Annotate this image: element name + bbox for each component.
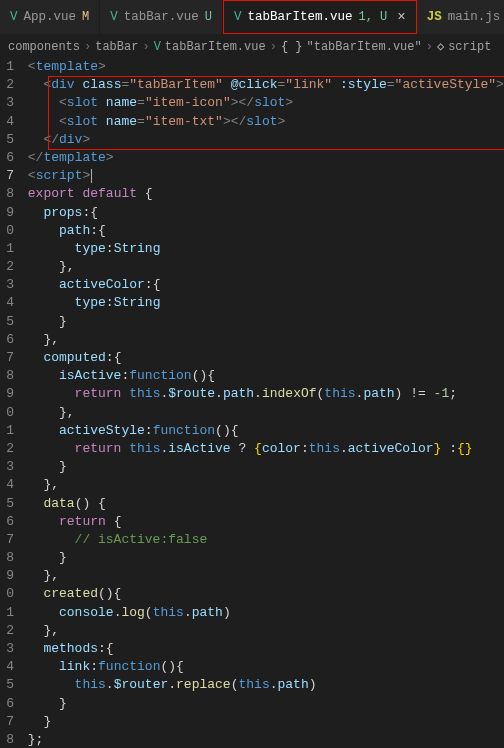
chevron-right-icon: › — [270, 40, 277, 54]
text-cursor — [91, 169, 92, 183]
code-editor[interactable]: 12345678901234567890123456789012345678 <… — [0, 58, 504, 748]
breadcrumb-seg[interactable]: components — [8, 40, 80, 54]
close-icon[interactable]: × — [397, 9, 405, 25]
vue-icon: V — [10, 10, 18, 24]
tab-status: U — [205, 10, 212, 24]
chevron-right-icon: › — [426, 40, 433, 54]
tab-label: main.js — [448, 10, 501, 24]
breadcrumb-seg[interactable]: tabBarItem.vue — [165, 40, 266, 54]
tab-tabbaritem-vue[interactable]: V tabBarItem.vue 1, U × — [223, 0, 417, 34]
tab-app-vue[interactable]: V App.vue M — [0, 0, 100, 34]
breadcrumb-seg[interactable]: script — [448, 40, 491, 54]
vue-icon: V — [154, 40, 161, 54]
symbol-icon: ◇ — [437, 39, 444, 54]
editor-tabs: V App.vue M V tabBar.vue U V tabBarItem.… — [0, 0, 504, 35]
breadcrumb: components › tabBar › V tabBarItem.vue ›… — [0, 35, 504, 58]
braces-icon: { } — [281, 40, 303, 54]
tab-main-js[interactable]: JS main.js M — [417, 0, 504, 34]
tab-label: App.vue — [24, 10, 77, 24]
chevron-right-icon: › — [142, 40, 149, 54]
breadcrumb-seg[interactable]: "tabBarItem.vue" — [306, 40, 421, 54]
tab-label: tabBar.vue — [124, 10, 199, 24]
tab-status: M — [82, 10, 89, 24]
vue-icon: V — [234, 10, 242, 24]
tab-status: 1, U — [359, 10, 388, 24]
tab-tabbar-vue[interactable]: V tabBar.vue U — [100, 0, 223, 34]
tab-label: tabBarItem.vue — [247, 10, 352, 24]
js-icon: JS — [427, 10, 442, 24]
chevron-right-icon: › — [84, 40, 91, 54]
code-content[interactable]: <template> <div class="tabBarItem" @clic… — [20, 58, 504, 748]
line-gutter: 12345678901234567890123456789012345678 — [0, 58, 20, 748]
breadcrumb-seg[interactable]: tabBar — [95, 40, 138, 54]
vue-icon: V — [110, 10, 118, 24]
